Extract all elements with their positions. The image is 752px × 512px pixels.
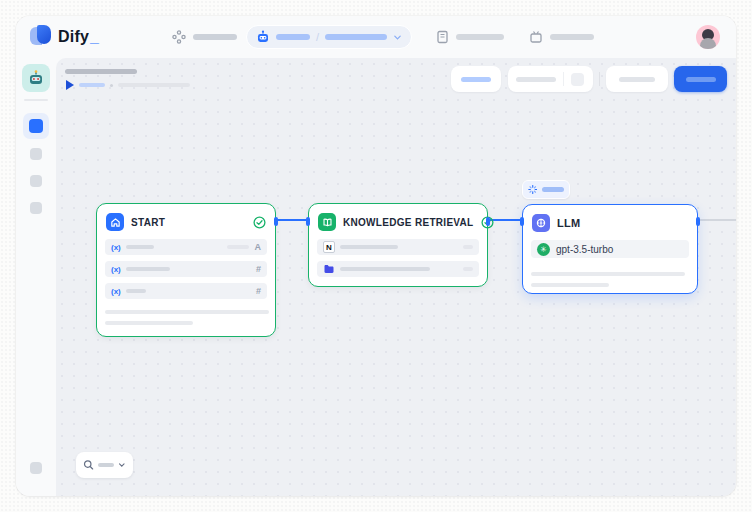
- notebook-icon: [436, 30, 449, 44]
- variable-icon: (x): [111, 287, 121, 296]
- docs-link[interactable]: [436, 16, 504, 58]
- workflow-name-placeholder: [325, 34, 387, 40]
- book-icon: [322, 217, 333, 228]
- dify-logo[interactable]: Dify _: [30, 25, 99, 48]
- node-title: KNOWLEDGE RETRIEVAL: [343, 217, 474, 228]
- chevron-down-icon: [393, 33, 402, 42]
- running-label-placeholder: [542, 187, 564, 192]
- start-output-handle[interactable]: [274, 217, 278, 226]
- current-app-icon[interactable]: [22, 64, 50, 92]
- workspace-switcher[interactable]: [172, 16, 237, 58]
- edge-start-to-knowledge: [276, 219, 308, 221]
- sidebar-divider: [24, 99, 48, 101]
- sidebar-item-settings[interactable]: [30, 462, 42, 474]
- node-desc-placeholder: [105, 310, 269, 314]
- app-window: Dify _: [16, 16, 736, 496]
- edge-llm-to-next: [697, 219, 736, 221]
- start-variable-row[interactable]: (x) A: [105, 239, 267, 255]
- chevron-down-icon: [118, 461, 126, 469]
- node-desc-placeholder: [105, 321, 193, 325]
- workspace-name-placeholder: [193, 34, 237, 40]
- history-icon[interactable]: [571, 73, 584, 86]
- app-selector[interactable]: /: [246, 25, 412, 49]
- workflow-nav-icon: [29, 119, 43, 133]
- top-header: Dify _: [16, 16, 736, 58]
- string-type-icon: A: [255, 242, 262, 252]
- running-status-badge: [522, 180, 570, 199]
- dify-logo-text: Dify: [58, 28, 89, 46]
- sidebar-item-2[interactable]: [30, 148, 42, 160]
- publish-button[interactable]: [674, 66, 727, 92]
- node-desc-placeholder: [531, 283, 609, 287]
- node-start[interactable]: START (x) A: [96, 203, 276, 337]
- ops-icon: [172, 30, 186, 44]
- spinner-icon: [528, 184, 537, 195]
- dify-logo-icon: [30, 25, 51, 48]
- start-variable-row[interactable]: (x) #: [105, 261, 267, 277]
- robot-icon: [256, 30, 270, 44]
- start-variable-row[interactable]: (x) #: [105, 283, 267, 299]
- knowledge-source-row[interactable]: [317, 261, 479, 277]
- zoom-icon: [83, 459, 94, 471]
- brain-icon: [535, 217, 547, 229]
- node-llm[interactable]: LLM ✳ gpt-3.5-turbo: [522, 204, 698, 294]
- tv-plus-icon: [529, 30, 543, 44]
- variable-icon: (x): [111, 243, 121, 252]
- app-robot-icon: [27, 69, 45, 87]
- check-circle-icon: [253, 216, 266, 229]
- zoom-value-placeholder: [98, 463, 114, 467]
- updates-label-placeholder: [550, 34, 594, 40]
- llm-input-handle[interactable]: [520, 217, 524, 226]
- knowledge-output-handle[interactable]: [486, 217, 490, 226]
- node-desc-placeholder: [531, 272, 685, 276]
- user-avatar[interactable]: [696, 25, 720, 49]
- number-type-icon: #: [256, 264, 261, 274]
- workflow-title-placeholder: [65, 69, 137, 74]
- number-type-icon: #: [256, 286, 261, 296]
- docs-label-placeholder: [456, 34, 504, 40]
- sidebar-item-4[interactable]: [30, 202, 42, 214]
- zoom-control[interactable]: [76, 452, 133, 478]
- app-name-placeholder: [276, 34, 310, 40]
- knowledge-input-handle[interactable]: [306, 217, 310, 226]
- variable-icon: (x): [111, 265, 121, 274]
- run-app-button[interactable]: [606, 66, 668, 92]
- notion-icon: N: [323, 241, 335, 253]
- dot-separator: [110, 84, 113, 87]
- left-sidebar: [16, 58, 56, 496]
- node-title: LLM: [557, 217, 581, 229]
- home-icon: [110, 217, 121, 228]
- run-play-icon[interactable]: [66, 80, 74, 90]
- run-history-split-button[interactable]: [508, 66, 593, 92]
- knowledge-source-row[interactable]: N: [317, 239, 479, 255]
- llm-model-row[interactable]: ✳ gpt-3.5-turbo: [531, 240, 689, 258]
- last-run-info: [66, 80, 190, 90]
- node-knowledge-retrieval[interactable]: KNOWLEDGE RETRIEVAL N: [308, 203, 488, 287]
- sidebar-item-3[interactable]: [30, 175, 42, 187]
- model-name: gpt-3.5-turbo: [556, 244, 613, 255]
- features-button[interactable]: [451, 66, 501, 92]
- workflow-canvas[interactable]: START (x) A: [56, 58, 736, 496]
- folder-icon: [323, 263, 335, 275]
- dify-logo-underscore: _: [90, 28, 99, 46]
- toolbar-divider: [599, 72, 600, 86]
- sidebar-item-workflow-active[interactable]: [23, 113, 49, 139]
- updates-link[interactable]: [529, 16, 594, 58]
- node-title: START: [131, 217, 165, 228]
- openai-icon: ✳: [537, 243, 550, 256]
- llm-output-handle[interactable]: [696, 217, 700, 226]
- app-path-separator: /: [316, 31, 319, 43]
